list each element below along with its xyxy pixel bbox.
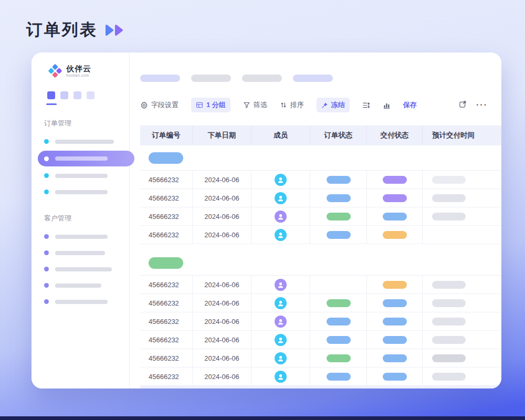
cell-order-no[interactable]: 45666232 bbox=[140, 171, 193, 188]
cell-order-status[interactable] bbox=[310, 226, 367, 244]
cell-eta[interactable] bbox=[423, 171, 501, 188]
filter-button[interactable]: 筛选 bbox=[243, 100, 267, 110]
cell-member[interactable] bbox=[251, 171, 310, 188]
sidebar-item[interactable] bbox=[32, 293, 129, 310]
workspace-tab[interactable] bbox=[87, 91, 94, 99]
cell-delivery-status[interactable] bbox=[367, 207, 423, 225]
table-row[interactable]: 456662322024-06-06 bbox=[140, 312, 501, 331]
table-row[interactable]: 456662322024-06-06 bbox=[140, 226, 501, 244]
cell-order-status[interactable] bbox=[310, 276, 367, 293]
cell-order-date[interactable]: 2024-06-06 bbox=[193, 294, 251, 312]
cell-order-status[interactable] bbox=[310, 349, 367, 367]
member-avatar[interactable] bbox=[275, 371, 287, 383]
cell-order-date[interactable]: 2024-06-06 bbox=[193, 226, 251, 244]
sidebar-item[interactable] bbox=[32, 184, 129, 200]
group-header-row[interactable] bbox=[140, 145, 501, 171]
cell-order-no[interactable]: 45666232 bbox=[140, 312, 193, 330]
column-header[interactable]: 交付状态 bbox=[367, 125, 423, 145]
cell-order-status[interactable] bbox=[310, 171, 367, 188]
table-row[interactable]: 456662322024-06-06 bbox=[140, 331, 501, 349]
cell-member[interactable] bbox=[251, 349, 310, 367]
cell-delivery-status[interactable] bbox=[367, 368, 423, 385]
sidebar-item[interactable] bbox=[32, 261, 129, 277]
cell-order-date[interactable]: 2024-06-06 bbox=[193, 349, 251, 367]
cell-order-no[interactable]: 45666232 bbox=[140, 226, 193, 244]
cell-order-no[interactable]: 45666232 bbox=[140, 207, 193, 225]
cell-eta[interactable] bbox=[423, 294, 501, 312]
table-row[interactable]: 456662322024-06-06 bbox=[140, 276, 501, 294]
column-header[interactable]: 订单编号 bbox=[140, 125, 193, 145]
cell-order-status[interactable] bbox=[310, 368, 367, 385]
cell-order-date[interactable]: 2024-06-06 bbox=[193, 171, 251, 188]
member-avatar[interactable] bbox=[275, 316, 287, 328]
cell-delivery-status[interactable] bbox=[367, 226, 423, 244]
cell-order-no[interactable]: 45666232 bbox=[140, 331, 193, 349]
cell-delivery-status[interactable] bbox=[367, 294, 423, 312]
sidebar-item[interactable] bbox=[32, 228, 129, 245]
cell-delivery-status[interactable] bbox=[367, 349, 423, 367]
cell-order-status[interactable] bbox=[310, 312, 367, 330]
column-header[interactable]: 预计交付时间 bbox=[423, 125, 501, 145]
cell-delivery-status[interactable] bbox=[367, 331, 423, 349]
cell-delivery-status[interactable] bbox=[367, 276, 423, 293]
cell-order-status[interactable] bbox=[310, 294, 367, 312]
workspace-tab[interactable] bbox=[47, 91, 55, 99]
table-row[interactable]: 456662322024-06-06 bbox=[140, 294, 501, 312]
cell-order-date[interactable]: 2024-06-06 bbox=[193, 312, 251, 330]
sidebar-item[interactable] bbox=[38, 151, 134, 166]
cell-member[interactable] bbox=[251, 312, 310, 330]
cell-order-date[interactable]: 2024-06-06 bbox=[193, 189, 251, 207]
cell-order-date[interactable]: 2024-06-06 bbox=[193, 207, 251, 225]
cell-member[interactable] bbox=[251, 276, 310, 293]
cell-order-date[interactable]: 2024-06-06 bbox=[193, 368, 251, 385]
cell-eta[interactable] bbox=[423, 312, 501, 330]
cell-order-no[interactable]: 45666232 bbox=[140, 349, 193, 367]
member-avatar[interactable] bbox=[275, 174, 287, 186]
cell-order-date[interactable]: 2024-06-06 bbox=[193, 276, 251, 293]
column-header[interactable]: 订单状态 bbox=[310, 125, 367, 145]
member-avatar[interactable] bbox=[275, 229, 287, 241]
chart-button[interactable] bbox=[383, 101, 391, 109]
sidebar-item[interactable] bbox=[32, 277, 129, 293]
cell-delivery-status[interactable] bbox=[367, 171, 423, 188]
cell-member[interactable] bbox=[251, 226, 310, 244]
cell-delivery-status[interactable] bbox=[367, 312, 423, 330]
group-header-row[interactable] bbox=[140, 250, 501, 276]
table-row[interactable]: 456662322024-06-06 bbox=[140, 189, 501, 207]
member-avatar[interactable] bbox=[275, 211, 287, 223]
cell-eta[interactable] bbox=[423, 349, 501, 367]
sidebar-item[interactable] bbox=[32, 245, 129, 261]
cell-eta[interactable] bbox=[423, 276, 501, 293]
sort-button[interactable]: 排序 bbox=[280, 100, 304, 110]
save-button[interactable]: 保存 bbox=[403, 100, 417, 110]
cell-member[interactable] bbox=[251, 207, 310, 225]
member-avatar[interactable] bbox=[275, 279, 287, 291]
column-header[interactable]: 下单日期 bbox=[193, 125, 251, 145]
cell-delivery-status[interactable] bbox=[367, 189, 423, 207]
table-row[interactable]: 456662322024-06-06 bbox=[140, 349, 501, 368]
cell-member[interactable] bbox=[251, 294, 310, 312]
cell-order-status[interactable] bbox=[310, 189, 367, 207]
member-avatar[interactable] bbox=[275, 352, 287, 364]
workspace-tab[interactable] bbox=[60, 91, 68, 99]
sidebar-item[interactable] bbox=[32, 133, 129, 150]
cell-member[interactable] bbox=[251, 189, 310, 207]
field-settings-button[interactable]: 字段设置 bbox=[140, 100, 178, 110]
cell-eta[interactable] bbox=[423, 368, 501, 385]
table-row[interactable]: 456662322024-06-06 bbox=[140, 368, 501, 386]
sidebar-item[interactable] bbox=[32, 167, 129, 184]
cell-eta[interactable] bbox=[423, 226, 501, 244]
group-button[interactable]: 1 分组 bbox=[191, 98, 230, 112]
column-header[interactable]: 成员 bbox=[251, 125, 310, 145]
cell-order-status[interactable] bbox=[310, 207, 367, 225]
cell-member[interactable] bbox=[251, 331, 310, 349]
cell-order-status[interactable] bbox=[310, 331, 367, 349]
cell-order-no[interactable]: 45666232 bbox=[140, 276, 193, 293]
cell-eta[interactable] bbox=[423, 189, 501, 207]
cell-order-no[interactable]: 45666232 bbox=[140, 189, 193, 207]
member-avatar[interactable] bbox=[275, 297, 287, 309]
app-logo[interactable]: 伙伴云 huoban.com bbox=[48, 64, 129, 78]
row-height-button[interactable] bbox=[362, 101, 370, 109]
cell-eta[interactable] bbox=[423, 207, 501, 225]
workspace-tab[interactable] bbox=[74, 91, 81, 99]
